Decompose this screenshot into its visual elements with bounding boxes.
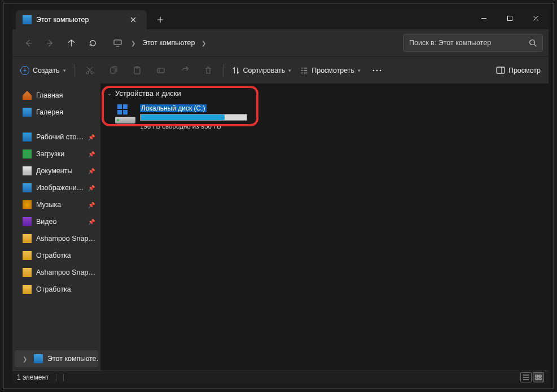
- sidebar-label: Ashampoo Snap…: [36, 235, 95, 243]
- up-button[interactable]: [61, 34, 81, 52]
- rename-button[interactable]: [150, 61, 172, 80]
- sidebar-item-pictures[interactable]: Изображени…📌: [12, 179, 100, 196]
- new-button[interactable]: + Создать ▾: [17, 61, 69, 80]
- toolbar: + Создать ▾ Сортировать ▾ Просмотреть ▾ …: [12, 56, 549, 83]
- sidebar-item-home[interactable]: Главная: [12, 87, 100, 104]
- folder-icon: [23, 268, 32, 277]
- documents-icon: [23, 166, 32, 175]
- drive-name: Локальный диск (C:): [140, 104, 207, 112]
- tiles-view-button[interactable]: [533, 372, 544, 382]
- sidebar-label: Этот компьюте…: [47, 355, 98, 363]
- sidebar-item-folder[interactable]: Ashampoo Snap…: [12, 230, 100, 247]
- refresh-icon: [89, 39, 97, 47]
- arrow-right-icon: [46, 39, 54, 47]
- monitor-icon: [113, 39, 122, 47]
- gallery-icon: [23, 108, 32, 117]
- details-view-button[interactable]: [520, 372, 532, 382]
- separator: [223, 64, 224, 77]
- pc-crumb-icon[interactable]: [107, 34, 128, 52]
- sidebar-label: Отработка: [36, 252, 71, 259]
- svg-point-4: [91, 72, 93, 74]
- tab-close-button[interactable]: [125, 12, 141, 28]
- preview-pane-button[interactable]: Просмотр: [493, 61, 544, 80]
- body: Главная Галерея Рабочий сто…📌 Загрузки📌 …: [12, 83, 549, 371]
- videos-icon: [23, 217, 32, 226]
- separator: [74, 64, 74, 77]
- chevron-down-icon: ▾: [358, 68, 361, 73]
- drive-info: Локальный диск (C:) 196 ГБ свободно из 9…: [140, 104, 253, 130]
- share-icon: [180, 66, 189, 75]
- rename-icon: [156, 66, 165, 75]
- sidebar-item-folder[interactable]: Отработка: [12, 281, 100, 298]
- music-icon: [23, 200, 32, 209]
- maximize-button[interactable]: [497, 7, 523, 29]
- svg-rect-14: [539, 375, 541, 377]
- paste-button[interactable]: [126, 61, 148, 80]
- folder-icon: [23, 251, 32, 260]
- refresh-button[interactable]: [82, 34, 103, 52]
- close-button[interactable]: [523, 7, 549, 29]
- drive-free-text: 196 ГБ свободно из 930 ГБ: [140, 123, 253, 130]
- crumb-location[interactable]: Этот компьютер: [139, 37, 198, 49]
- preview-label: Просмотр: [508, 67, 541, 74]
- status-bar: 1 элемент: [12, 371, 549, 384]
- view-button[interactable]: Просмотреть ▾: [297, 61, 364, 80]
- window-controls: [471, 7, 549, 29]
- minimize-icon: [481, 15, 487, 21]
- status-count: 1 элемент: [17, 373, 49, 381]
- separator: [63, 374, 64, 381]
- arrow-up-icon: [67, 39, 76, 47]
- more-button[interactable]: [366, 61, 388, 80]
- pin-icon: 📌: [88, 134, 95, 140]
- chevron-down-icon: ⌄: [107, 90, 112, 96]
- chevron-right-icon: ❯: [200, 40, 207, 46]
- new-tab-button[interactable]: [152, 12, 168, 28]
- tab-active[interactable]: Этот компьютер: [16, 10, 147, 29]
- svg-rect-8: [157, 68, 164, 73]
- sidebar-item-folder[interactable]: Отработка: [12, 247, 100, 264]
- home-icon: [23, 91, 32, 100]
- sidebar-item-music[interactable]: Музыка📌: [12, 196, 100, 213]
- svg-rect-16: [539, 378, 541, 380]
- pin-icon: 📌: [88, 168, 95, 174]
- svg-point-2: [530, 40, 535, 45]
- folder-icon: [23, 234, 32, 243]
- cut-icon: [85, 66, 94, 75]
- downloads-icon: [23, 149, 32, 158]
- usage-bar-fill: [141, 114, 225, 120]
- sidebar-item-downloads[interactable]: Загрузки📌: [12, 146, 100, 162]
- paste-icon: [133, 66, 142, 75]
- desktop-icon: [23, 133, 32, 142]
- delete-button[interactable]: [198, 61, 219, 80]
- sidebar-item-desktop[interactable]: Рабочий сто…📌: [12, 129, 100, 146]
- back-button[interactable]: [18, 34, 38, 52]
- view-icon: [300, 67, 308, 74]
- sidebar-item-videos[interactable]: Видео📌: [12, 213, 100, 230]
- sidebar-label: Загрузки: [36, 150, 64, 158]
- sidebar-item-thispc[interactable]: ❯Этот компьюте…: [15, 350, 98, 367]
- share-button[interactable]: [174, 61, 195, 80]
- grid-icon: [535, 375, 542, 380]
- sidebar-item-gallery[interactable]: Галерея: [12, 104, 100, 121]
- usage-bar: [140, 114, 247, 121]
- forward-button[interactable]: [40, 34, 60, 52]
- drive-item[interactable]: Локальный диск (C:) 196 ГБ свободно из 9…: [112, 102, 256, 132]
- group-header[interactable]: ⌄ Устройства и диски: [106, 87, 543, 102]
- sidebar-item-folder[interactable]: Ashampoo Snap…: [12, 264, 100, 281]
- sidebar: Главная Галерея Рабочий сто…📌 Загрузки📌 …: [12, 83, 100, 371]
- group-title: Устройства и диски: [115, 89, 181, 98]
- windows-logo-icon: [117, 104, 128, 114]
- content-area[interactable]: ⌄ Устройства и диски Локальный диск (C:)…: [100, 83, 549, 371]
- sidebar-label: Видео: [36, 218, 57, 226]
- new-label: Создать: [33, 67, 60, 74]
- minimize-button[interactable]: [471, 7, 497, 29]
- cut-button[interactable]: [79, 61, 100, 80]
- copy-button[interactable]: [103, 61, 124, 80]
- sidebar-item-documents[interactable]: Документы📌: [12, 162, 100, 179]
- breadcrumb[interactable]: ❯ Этот компьютер ❯: [107, 34, 402, 52]
- sort-button[interactable]: Сортировать ▾: [229, 61, 295, 80]
- svg-point-11: [380, 69, 381, 71]
- pin-icon: 📌: [88, 202, 95, 208]
- sidebar-label: Документы: [36, 167, 72, 175]
- search-box[interactable]: Поиск в: Этот компьютер: [403, 34, 543, 52]
